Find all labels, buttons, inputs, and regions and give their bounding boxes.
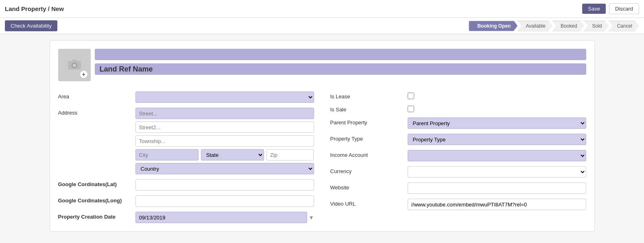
google-lat-field-row: Google Cordinates(Lat) [58, 179, 314, 191]
is-lease-checkbox[interactable] [408, 93, 414, 99]
street-input[interactable] [135, 108, 314, 119]
is-sale-label: Is Sale [330, 104, 404, 113]
area-field-row: Area [58, 91, 314, 103]
video-url-field-row: Video URL [330, 199, 586, 210]
property-creation-control: ▼ [135, 212, 314, 223]
property-type-field-row: Property Type Property Type [330, 134, 586, 145]
area-select[interactable] [135, 91, 314, 103]
is-sale-control [408, 104, 586, 112]
property-creation-input[interactable] [135, 212, 307, 223]
video-url-label: Video URL [330, 199, 404, 207]
video-url-control [408, 199, 586, 210]
avatar[interactable]: + [58, 49, 91, 81]
income-account-control [408, 150, 586, 161]
is-lease-control [408, 91, 586, 99]
form-body: Area Address [58, 91, 586, 223]
is-sale-checkbox-row [408, 104, 586, 112]
video-url-input[interactable] [408, 199, 586, 210]
township-input[interactable] [135, 135, 314, 147]
google-long-label: Google Cordinates(Long) [58, 195, 131, 204]
right-section: Is Lease Is Sale [330, 91, 586, 223]
currency-select[interactable] [408, 166, 586, 178]
country-select[interactable]: Country [135, 163, 314, 174]
google-lat-label: Google Cordinates(Lat) [58, 179, 131, 187]
date-dropdown-icon[interactable]: ▼ [309, 215, 314, 221]
status-step-available[interactable]: Available [517, 21, 552, 31]
website-control [408, 182, 586, 194]
google-long-input[interactable] [135, 195, 314, 207]
website-field-row: Website [330, 182, 586, 194]
status-step-sold[interactable]: Sold [584, 21, 609, 31]
zip-field [266, 149, 314, 161]
area-label: Area [58, 91, 131, 100]
city-input[interactable] [135, 149, 199, 161]
income-account-select[interactable] [408, 150, 586, 161]
income-account-field-row: Income Account [330, 150, 586, 161]
check-availability-button[interactable]: Check Availability [5, 20, 57, 31]
avatar-plus-icon: + [80, 71, 87, 78]
property-type-select[interactable]: Property Type [408, 134, 586, 145]
svg-point-2 [72, 63, 76, 67]
form-card: + Area [50, 40, 595, 232]
area-control [135, 91, 314, 103]
camera-icon [67, 58, 82, 72]
property-name-input[interactable] [95, 63, 586, 75]
address-field-row: Address State [58, 108, 314, 174]
status-pipeline: Booking Open Available Booked Sold Cance… [469, 21, 639, 31]
currency-control [408, 166, 586, 178]
address-control: State Country [135, 108, 314, 174]
header-name-area [95, 49, 586, 81]
currency-field-row: Currency [330, 166, 586, 178]
is-lease-label: Is Lease [330, 91, 404, 100]
main-content: + Area [0, 34, 644, 238]
svg-rect-3 [72, 59, 76, 61]
parent-property-control: Parent Property [408, 117, 586, 129]
action-bar: Check Availability Booking Open Availabl… [0, 18, 644, 34]
date-field-row: ▼ [135, 212, 314, 223]
currency-label: Currency [330, 166, 404, 174]
property-type-control: Property Type [408, 134, 586, 145]
status-step-booked[interactable]: Booked [552, 21, 584, 31]
property-creation-field-row: Property Creation Date ▼ [58, 212, 314, 223]
header-top-bar [95, 49, 586, 60]
page-title: Land Property / New [5, 5, 579, 12]
state-select[interactable]: State [201, 149, 264, 161]
address-label: Address [58, 108, 131, 116]
form-header: + [58, 49, 586, 81]
is-sale-checkbox[interactable] [408, 106, 414, 112]
state-field: State [201, 149, 264, 161]
google-lat-control [135, 179, 314, 191]
status-step-cancel[interactable]: Cancel [609, 21, 639, 31]
left-section: Area Address [58, 91, 314, 223]
city-state-zip-row: State [135, 149, 314, 161]
property-creation-label: Property Creation Date [58, 212, 131, 220]
street2-input[interactable] [135, 122, 314, 133]
parent-property-select[interactable]: Parent Property [408, 117, 586, 129]
is-lease-field-row: Is Lease [330, 91, 586, 100]
city-field [135, 149, 199, 161]
property-type-label: Property Type [330, 134, 404, 142]
top-bar: Land Property / New Save Discard [0, 0, 644, 18]
google-long-field-row: Google Cordinates(Long) [58, 195, 314, 207]
is-lease-checkbox-row [408, 91, 586, 99]
save-button[interactable]: Save [582, 4, 606, 14]
website-label: Website [330, 182, 404, 191]
is-sale-field-row: Is Sale [330, 104, 586, 113]
google-lat-input[interactable] [135, 179, 314, 191]
income-account-label: Income Account [330, 150, 404, 158]
google-long-control [135, 195, 314, 207]
parent-property-field-row: Parent Property Parent Property [330, 117, 586, 129]
status-step-booking-open[interactable]: Booking Open [469, 21, 517, 31]
website-input[interactable] [408, 182, 586, 194]
discard-button[interactable]: Discard [609, 3, 639, 14]
zip-input[interactable] [266, 149, 314, 161]
parent-property-label: Parent Property [330, 117, 404, 126]
